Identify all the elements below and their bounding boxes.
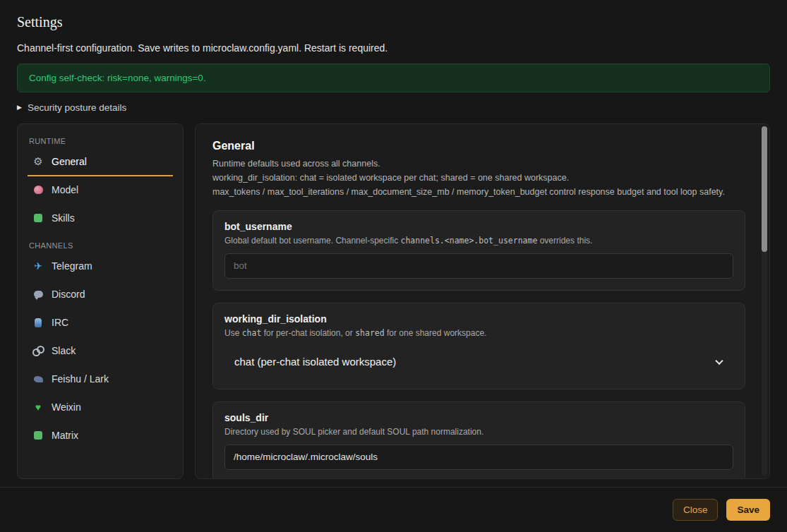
bot-username-input[interactable] xyxy=(224,253,733,279)
sidebar-section-channels: CHANNELS Telegram Discord IRC Slack xyxy=(28,241,173,450)
souls-dir-input[interactable] xyxy=(224,445,733,470)
sidebar-item-weixin[interactable]: Weixin xyxy=(28,394,173,422)
help-text: for per-chat isolation, or xyxy=(261,328,355,338)
config-selfcheck-text: Config self-check: risk=none, warnings=0… xyxy=(29,73,206,83)
sidebar-item-model[interactable]: Model xyxy=(28,176,173,205)
panel-description-2: working_dir_isolation: chat = isolated w… xyxy=(212,172,745,184)
panel-description-1: Runtime defaults used across all channel… xyxy=(212,158,745,170)
security-posture-toggle[interactable]: ▶ Security posture details xyxy=(17,102,126,113)
field-card-souls-dir: souls_dir Directory used by SOUL picker … xyxy=(212,401,745,479)
working-dir-isolation-select[interactable]: chat (per-chat isolated workspace) xyxy=(224,346,733,377)
close-button[interactable]: Close xyxy=(673,499,719,521)
working-dir-isolation-select-wrap: chat (per-chat isolated workspace) xyxy=(224,346,733,377)
telegram-icon xyxy=(32,260,44,272)
panel-description-3: max_tokens / max_tool_iterations / max_d… xyxy=(212,186,745,198)
settings-sidebar: RUNTIME General Model Skills CHANNELS xyxy=(17,123,184,479)
field-card-bot-username: bot_username Global default bot username… xyxy=(212,210,745,291)
sidebar-item-label: Model xyxy=(52,184,78,195)
security-posture-label: Security posture details xyxy=(28,102,126,113)
help-text: Directory used by SOUL picker and defaul… xyxy=(224,427,483,437)
weixin-icon xyxy=(32,401,44,413)
discord-icon xyxy=(32,289,44,300)
sidebar-item-label: IRC xyxy=(52,317,68,328)
sidebar-item-slack[interactable]: Slack xyxy=(28,337,173,365)
help-text: overrides this. xyxy=(537,236,592,246)
sidebar-item-feishu-lark[interactable]: Feishu / Lark xyxy=(28,365,173,394)
field-label-souls-dir: souls_dir xyxy=(224,412,733,423)
gear-icon xyxy=(32,156,44,167)
sidebar-item-general[interactable]: General xyxy=(28,148,173,176)
page-subtitle: Channel-first configuration. Save writes… xyxy=(17,42,770,54)
scrollbar-thumb[interactable] xyxy=(762,126,767,252)
field-help-souls-dir: Directory used by SOUL picker and defaul… xyxy=(224,427,733,437)
help-text: Global default bot username. Channel-spe… xyxy=(224,236,400,246)
feishu-icon xyxy=(32,373,44,385)
sidebar-item-label: Feishu / Lark xyxy=(52,373,109,385)
help-text: Use xyxy=(224,328,242,338)
section-label-runtime: RUNTIME xyxy=(29,137,173,145)
sidebar-item-label: Slack xyxy=(52,345,76,356)
sidebar-item-skills[interactable]: Skills xyxy=(28,205,173,233)
sidebar-item-label: Skills xyxy=(52,212,75,224)
irc-icon xyxy=(32,317,44,328)
field-label-working-dir-isolation: working_dir_isolation xyxy=(224,313,733,325)
field-help-bot-username: Global default bot username. Channel-spe… xyxy=(224,236,733,246)
save-button[interactable]: Save xyxy=(726,499,770,521)
sidebar-item-discord[interactable]: Discord xyxy=(28,281,173,309)
sidebar-item-label: General xyxy=(52,156,87,167)
disclosure-triangle-icon: ▶ xyxy=(17,104,22,111)
sidebar-section-runtime: RUNTIME General Model Skills xyxy=(28,137,173,233)
panel-heading: General xyxy=(212,140,745,152)
matrix-icon xyxy=(32,430,44,441)
slack-icon xyxy=(32,345,44,356)
help-code: shared xyxy=(355,328,385,338)
sidebar-item-label: Matrix xyxy=(52,430,78,441)
section-label-channels: CHANNELS xyxy=(29,241,173,250)
settings-page: Settings Channel-first configuration. Sa… xyxy=(0,0,787,479)
sidebar-item-telegram[interactable]: Telegram xyxy=(28,253,173,281)
help-code: chat xyxy=(242,328,262,338)
footer-bar: Close Save xyxy=(0,487,787,532)
sidebar-item-irc[interactable]: IRC xyxy=(28,309,173,337)
help-code: channels.<name>.bot_username xyxy=(400,236,537,246)
panel-scrollbar[interactable] xyxy=(762,126,767,476)
sidebar-item-matrix[interactable]: Matrix xyxy=(28,422,173,450)
content-area: RUNTIME General Model Skills CHANNELS xyxy=(17,123,770,479)
settings-panel: General Runtime defaults used across all… xyxy=(195,123,770,479)
field-label-bot-username: bot_username xyxy=(224,221,733,232)
page-title: Settings xyxy=(17,14,770,30)
field-help-working-dir-isolation: Use chat for per-chat isolation, or shar… xyxy=(224,328,733,338)
sidebar-item-label: Discord xyxy=(52,289,85,300)
field-card-working-dir-isolation: working_dir_isolation Use chat for per-c… xyxy=(212,303,745,389)
sidebar-item-label: Telegram xyxy=(52,260,92,272)
puzzle-icon xyxy=(32,212,44,224)
help-text: for one shared workspace. xyxy=(385,328,487,338)
brain-icon xyxy=(32,184,44,195)
sidebar-item-label: Weixin xyxy=(52,401,81,413)
config-selfcheck-banner: Config self-check: risk=none, warnings=0… xyxy=(17,64,770,92)
